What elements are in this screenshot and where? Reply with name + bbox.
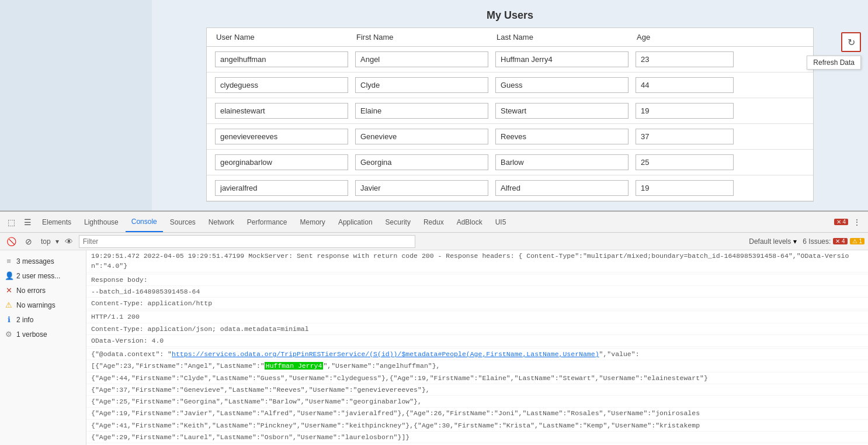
- clear-console-btn[interactable]: 🚫: [4, 234, 19, 249]
- levels-dropdown-arrow[interactable]: ▾: [793, 237, 797, 246]
- input-age[interactable]: [636, 103, 734, 119]
- error-badge-area: ✕ 4: [833, 219, 848, 225]
- sidebar-item-verbose[interactable]: ⚙ 1 verbose: [0, 327, 86, 341]
- sidebar-item-user-messages[interactable]: 👤 2 user mess...: [0, 268, 86, 283]
- sidebar-item-info[interactable]: ℹ 2 info: [0, 312, 86, 327]
- input-username[interactable]: [215, 129, 348, 144]
- cell-lastname: [492, 101, 632, 121]
- tab-security[interactable]: Security: [380, 212, 416, 232]
- tab-sources[interactable]: Sources: [164, 212, 202, 232]
- sidebar-label-user-messages: 2 user mess...: [16, 272, 60, 280]
- input-age[interactable]: [636, 77, 734, 93]
- input-age[interactable]: [636, 129, 734, 144]
- input-age[interactable]: [636, 180, 734, 196]
- input-lastname[interactable]: [495, 180, 629, 196]
- refresh-tooltip: Refresh Data: [807, 56, 861, 70]
- errors-icon: ✕: [5, 286, 13, 295]
- context-dropdown-arrow[interactable]: ▾: [55, 237, 59, 246]
- cell-username: [211, 152, 352, 173]
- tab-ui5[interactable]: UI5: [489, 212, 512, 232]
- tab-network[interactable]: Network: [203, 212, 240, 232]
- input-firstname[interactable]: [355, 103, 488, 119]
- table-row: [207, 150, 813, 175]
- filter-toggle-btn[interactable]: ⊘: [21, 234, 36, 249]
- input-firstname[interactable]: [355, 129, 488, 144]
- sidebar-item-messages[interactable]: ≡ 3 messages: [0, 254, 86, 268]
- table-row: [207, 124, 813, 150]
- input-lastname[interactable]: [495, 129, 629, 144]
- issues-warning-badge: ⚠ 1: [850, 238, 864, 244]
- refresh-button[interactable]: ↻: [841, 32, 861, 52]
- console-line-4: --batch_id-1648985391458-64: [86, 286, 868, 298]
- cell-age: [632, 49, 737, 70]
- tab-lighthouse[interactable]: Lighthouse: [78, 212, 124, 232]
- console-output[interactable]: 19:29:51.472 2022-04-05 19:29:51.47199 M…: [86, 250, 868, 445]
- col-header-lastname: Last Name: [492, 32, 632, 43]
- sidebar-item-warnings[interactable]: ⚠ No warnings: [0, 298, 86, 312]
- input-age[interactable]: [636, 51, 734, 67]
- table-row: [207, 73, 813, 98]
- console-line-json6: {"Age":19,"FirstName":"Javier","LastName…: [86, 408, 868, 419]
- tab-console[interactable]: Console: [126, 212, 163, 232]
- console-line-5: Content-Type: application/http: [86, 298, 868, 309]
- console-line-json1: {"@odata.context": "https://services.oda…: [86, 349, 868, 360]
- context-selector-label: top: [39, 237, 53, 246]
- eye-btn[interactable]: 👁: [61, 234, 77, 249]
- sidebar-label-info: 2 info: [16, 316, 33, 324]
- input-lastname[interactable]: [495, 51, 629, 67]
- input-firstname[interactable]: [355, 180, 488, 196]
- input-firstname[interactable]: [355, 154, 488, 170]
- console-line-3: Response body:: [86, 274, 868, 286]
- console-sidebar: ≡ 3 messages 👤 2 user mess... ✕ No error…: [0, 250, 86, 445]
- issues-badge: 6 Issues: ✕ 4 ⚠ 1: [803, 237, 864, 246]
- table-row: [207, 98, 813, 124]
- input-username[interactable]: [215, 180, 348, 196]
- devtools-toggle-btn[interactable]: ⬚: [4, 215, 19, 230]
- cell-username: [211, 101, 352, 121]
- devtools-filterbar: 🚫 ⊘ top ▾ 👁 Default levels ▾ 6 Issues: ✕…: [0, 233, 868, 250]
- refresh-btn-wrapper: ↻ Refresh Data: [841, 32, 861, 52]
- cell-age: [632, 152, 737, 173]
- cell-age: [632, 126, 737, 147]
- input-username[interactable]: [215, 103, 348, 119]
- input-lastname[interactable]: [495, 103, 629, 119]
- tab-performance[interactable]: Performance: [241, 212, 293, 232]
- sidebar-label-errors: No errors: [16, 287, 46, 295]
- cell-username: [211, 178, 352, 198]
- cell-lastname: [492, 75, 632, 95]
- devtools-dock-btn[interactable]: ☰: [20, 215, 35, 230]
- odata-context-link[interactable]: https://services.odata.org/TripPinRESTie…: [172, 350, 599, 358]
- input-firstname[interactable]: [355, 77, 488, 93]
- input-lastname[interactable]: [495, 154, 629, 170]
- app-title: My Users: [487, 0, 533, 27]
- console-filter-input[interactable]: [79, 235, 416, 248]
- input-age[interactable]: [636, 154, 734, 170]
- devtools-panel: ⬚ ☰ Elements Lighthouse Console Sources …: [0, 211, 868, 445]
- tab-adblock[interactable]: AdBlock: [451, 212, 488, 232]
- cell-firstname: [352, 178, 492, 198]
- info-icon: ℹ: [5, 315, 13, 324]
- sidebar-label-verbose: 1 verbose: [16, 330, 47, 339]
- issues-error-badge: ✕ 4: [833, 238, 847, 244]
- sidebar-label-warnings: No warnings: [16, 301, 55, 309]
- input-username[interactable]: [215, 154, 348, 170]
- input-firstname[interactable]: [355, 51, 488, 67]
- console-line-json7: {"Age":41,"FirstName":"Keith","LastName"…: [86, 420, 868, 432]
- warnings-icon: ⚠: [5, 301, 13, 309]
- error-badge: ✕ 4: [834, 219, 848, 225]
- sidebar-item-errors[interactable]: ✕ No errors: [0, 283, 86, 298]
- input-username[interactable]: [215, 77, 348, 93]
- input-lastname[interactable]: [495, 77, 629, 93]
- col-header-firstname: First Name: [352, 32, 492, 43]
- tab-redux[interactable]: Redux: [418, 212, 450, 232]
- cell-age: [632, 101, 737, 121]
- tab-memory[interactable]: Memory: [294, 212, 331, 232]
- console-line-json8: {"Age":29,"FirstName":"Laurel","LastName…: [86, 432, 868, 443]
- devtools-more-btn[interactable]: ⋮: [849, 215, 864, 230]
- tab-application[interactable]: Application: [332, 212, 379, 232]
- tab-elements[interactable]: Elements: [36, 212, 77, 232]
- input-username[interactable]: [215, 51, 348, 67]
- console-line-json2: [{"Age":23,"FirstName":"Angel","LastName…: [86, 360, 868, 372]
- cell-age: [632, 75, 737, 95]
- cell-firstname: [352, 75, 492, 95]
